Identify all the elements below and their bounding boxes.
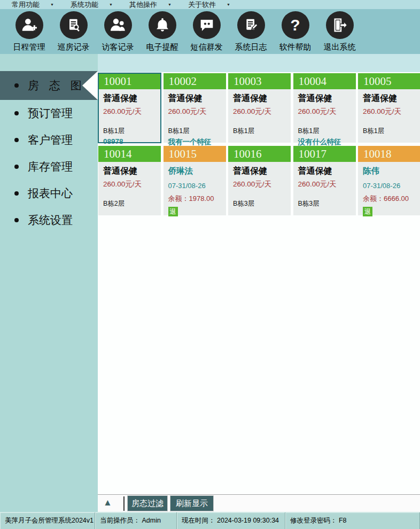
bullet-icon: [14, 83, 19, 88]
sidebar-item-label: 系统设置: [28, 213, 73, 228]
sidebar-item-label: 报表中心: [28, 186, 73, 201]
room-price: 260.00元/天: [363, 107, 416, 116]
menu-label: 其他操作: [129, 0, 162, 10]
sidebar-item-report-center[interactable]: 报表中心: [0, 180, 98, 207]
guest-name: 陈伟: [363, 166, 416, 177]
room-status-panel: 10001 普通保健 260.00元/天 B栋1层 08978 10002 普通…: [98, 72, 420, 494]
toolbar-label: 电子提醒: [146, 42, 178, 52]
balance: 余额：1978.00: [168, 194, 221, 204]
room-type: 普通保健: [168, 93, 221, 104]
toolbar-reminder-button[interactable]: 电子提醒: [140, 9, 184, 54]
toolbar-label: 日程管理: [13, 42, 45, 52]
room-number: 10004: [293, 73, 356, 89]
room-filter-button[interactable]: 房态过滤: [127, 495, 168, 511]
menu-other-operations[interactable]: 其他操作 ▼: [129, 0, 188, 10]
selected-arrow-icon: [82, 71, 98, 100]
toolbar-label: 巡房记录: [58, 42, 90, 52]
toolbar: 日程管理 巡房记录 访客记录 电子提醒 短信群发: [0, 9, 420, 54]
room-type: 普通保健: [233, 93, 286, 104]
sidebar-item-system-settings[interactable]: 系统设置: [0, 207, 98, 234]
room-number: 10002: [164, 73, 226, 89]
room-card-10004[interactable]: 10004 普通保健 260.00元/天 B栋1层 没有什么特征: [293, 73, 356, 143]
menu-label: 关于软件: [188, 0, 221, 10]
collapse-up-icon[interactable]: ▲: [103, 497, 112, 508]
sidebar-item-reservation-management[interactable]: 预订管理: [0, 100, 98, 127]
room-price: 260.00元/天: [298, 107, 351, 116]
toolbar-exit-button[interactable]: 退出系统: [317, 9, 362, 54]
room-number: 10001: [98, 73, 161, 89]
divider: [123, 496, 125, 511]
document-search-icon: [60, 11, 88, 39]
schedule-person-add-icon: [15, 11, 43, 39]
header-spacer-band: [98, 54, 420, 72]
visitors-people-icon: [104, 11, 132, 39]
toolbar-schedule-button[interactable]: 日程管理: [7, 9, 51, 54]
room-floor: B栋1层: [298, 127, 351, 136]
sidebar: 房 态 图 预订管理 客户管理 库存管理 报表中心 系统设置: [0, 54, 98, 512]
sidebar-item-label: 房 态 图: [28, 78, 83, 93]
room-type: 普通保健: [363, 93, 416, 104]
room-price: 260.00元/天: [103, 107, 156, 116]
menu-about-software[interactable]: 关于软件 ▼: [188, 0, 247, 10]
menu-bar: 常用功能 ▼ 系统功能 ▼ 其他操作 ▼ 关于软件 ▼: [0, 0, 420, 9]
room-card-10014[interactable]: 10014 普通保健 260.00元/天 B栋2层: [98, 146, 161, 215]
room-price: 260.00元/天: [103, 180, 156, 189]
room-floor: B栋3层: [298, 199, 351, 208]
room-card-10005[interactable]: 10005 普通保健 260.00元/天 B栋1层: [358, 73, 420, 143]
toolbar-help-button[interactable]: ? 软件帮助: [273, 9, 317, 54]
stay-dates: 07-31/08-26: [363, 182, 416, 190]
app-version-label: 美萍月子会所管理系统2024v1: [0, 512, 95, 529]
room-floor: B栋1层: [103, 127, 156, 136]
sidebar-item-customer-management[interactable]: 客户管理: [0, 127, 98, 153]
toolbar-label: 退出系统: [324, 42, 356, 52]
toolbar-visitor-log-button[interactable]: 访客记录: [96, 9, 140, 54]
sidebar-item-inventory-management[interactable]: 库存管理: [0, 153, 98, 180]
bullet-icon: [14, 191, 19, 196]
room-price: 260.00元/天: [233, 107, 286, 116]
menu-common-functions[interactable]: 常用功能 ▼: [12, 0, 71, 10]
exit-door-icon: [326, 11, 354, 39]
chevron-down-icon: ▼: [168, 3, 172, 6]
toolbar-system-log-button[interactable]: 系统日志: [229, 9, 273, 54]
chevron-down-icon: ▼: [50, 3, 54, 6]
menu-label: 常用功能: [12, 0, 45, 10]
toolbar-label: 短信群发: [191, 42, 223, 52]
room-number: 10016: [228, 146, 291, 162]
room-card-10002[interactable]: 10002 普通保健 260.00元/天 B栋1层 我有一个特征: [164, 73, 226, 143]
checkout-badge[interactable]: 退: [363, 207, 372, 216]
sidebar-item-label: 预订管理: [28, 106, 73, 121]
menu-label: 系统功能: [71, 0, 104, 10]
room-type: 普通保健: [233, 166, 286, 177]
room-feature: 08978: [103, 137, 156, 145]
room-card-10003[interactable]: 10003 普通保健 260.00元/天 B栋1层: [228, 73, 291, 143]
room-card-10001[interactable]: 10001 普通保健 260.00元/天 B栋1层 08978: [98, 73, 161, 143]
room-card-10018[interactable]: 10018 陈伟 07-31/08-26 余额：6666.00 退: [358, 146, 420, 215]
toolbar-label: 系统日志: [235, 42, 267, 52]
room-number: 10014: [98, 146, 161, 162]
sidebar-item-label: 库存管理: [28, 159, 73, 174]
bullet-icon: [14, 138, 19, 142]
room-type: 普通保健: [103, 166, 156, 177]
stay-dates: 07-31/08-26: [168, 182, 221, 190]
toolbar-room-patrol-button[interactable]: 巡房记录: [51, 9, 96, 54]
room-type: 普通保健: [103, 93, 156, 104]
menu-system-functions[interactable]: 系统功能 ▼: [71, 0, 129, 10]
room-card-10017[interactable]: 10017 普通保健 260.00元/天 B栋3层: [293, 146, 356, 215]
bullet-icon: [14, 165, 19, 169]
refresh-display-button[interactable]: 刷新显示: [170, 495, 214, 511]
room-number: 10018: [358, 146, 420, 162]
room-price: 260.00元/天: [168, 107, 221, 116]
toolbar-sms-button[interactable]: 短信群发: [184, 9, 229, 54]
checkout-badge[interactable]: 退: [168, 207, 178, 216]
room-number: 10015: [164, 146, 226, 162]
document-edit-icon: [237, 11, 265, 39]
status-bar: 美萍月子会所管理系统2024v1 当前操作员： Admin 现在时间： 2024…: [0, 512, 420, 529]
bottom-action-bar: ▲ 房态过滤 刷新显示: [98, 494, 420, 512]
room-floor: B栋1层: [363, 127, 416, 136]
change-password-hint: 修改登录密码： F8: [285, 512, 420, 529]
room-card-10015[interactable]: 10015 侨琳法 07-31/08-26 余额：1978.00 退: [164, 146, 226, 215]
room-card-10016[interactable]: 10016 普通保健 260.00元/天 B栋3层: [228, 146, 291, 215]
room-floor: B栋2层: [103, 199, 156, 208]
sidebar-item-room-status-map[interactable]: 房 态 图: [0, 71, 98, 100]
room-floor: B栋1层: [168, 127, 221, 136]
